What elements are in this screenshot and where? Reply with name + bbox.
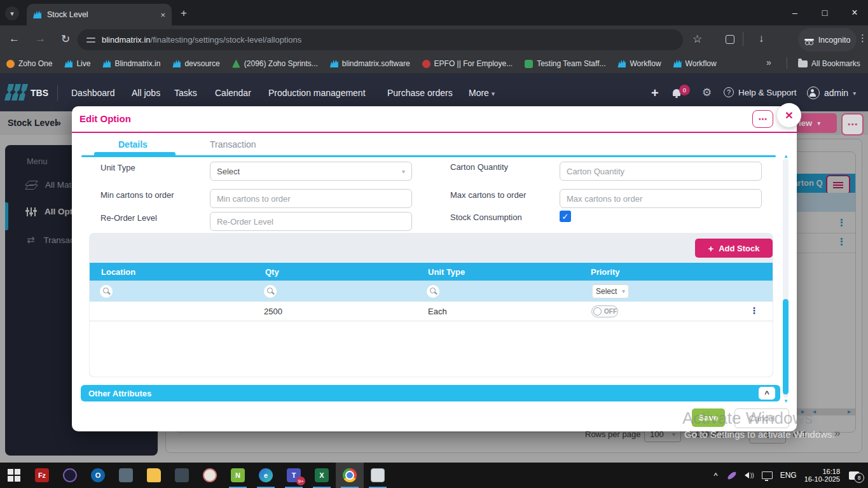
clock[interactable]: 16:18 16-10-2025 [804,468,840,483]
edit-option-modal: Edit Option ⋯ Details Transaction Unit T… [72,106,797,431]
downloads-icon[interactable]: ↓ [759,32,764,45]
other-attributes-bar[interactable]: Other Attributes ^ [81,385,780,401]
taskbar-app-edge[interactable]: e [252,463,280,488]
bookmark-epfo[interactable]: EPFO || For Employe... [422,59,513,68]
brand-label: TBS [31,88,48,98]
taskbar-app-file-explorer[interactable] [140,463,168,488]
nav-more[interactable]: More ▾ [469,88,495,98]
carton-quantity-label: Carton Quantity [450,162,508,172]
add-stock-button[interactable]: + Add Stock [695,239,773,258]
taskbar-app-filezilla[interactable]: Fz [28,463,56,488]
nav-tasks[interactable]: Tasks [174,88,197,98]
new-tab-button[interactable]: + [181,7,187,20]
tab-transaction[interactable]: Transaction [210,139,256,150]
site-settings-icon[interactable] [86,37,95,43]
reload-icon[interactable]: ↻ [61,32,70,46]
volume-icon[interactable]: )) [745,472,754,478]
modal-close-button[interactable]: × [777,103,801,127]
bookmark-blindmatrix[interactable]: Blindmatrix.in [102,59,160,68]
browser-menu-icon[interactable]: ⋮ [858,32,867,44]
nav-dashboard[interactable]: Dashboard [71,88,115,98]
window-close-button[interactable]: × [840,0,868,25]
tab-close-icon[interactable]: × [160,10,165,20]
taskbar-app-outlook[interactable]: O [84,463,112,488]
bg-more-button[interactable]: ⋯ [841,113,864,136]
taskbar-app-excel[interactable]: X [308,463,336,488]
tray-app-icon[interactable] [726,471,737,480]
content-top-border [81,155,776,157]
stock-table-row[interactable]: 2500 Each OFF ⋮ [90,302,773,321]
notification-count-badge: 8 [854,473,864,483]
caret-icon: ▾ [402,168,405,175]
stock-consumption-checkbox[interactable]: ✓ [560,211,571,222]
min-cartons-input[interactable] [210,189,412,208]
network-icon[interactable] [762,471,773,479]
user-menu[interactable]: admin ▾ [807,87,856,99]
collapse-chevron-button[interactable]: ^ [759,387,775,400]
bookmark-zoho-one[interactable]: Zoho One [6,59,52,68]
gear-icon[interactable]: ⚙ [702,86,712,99]
taskbar-app-teams[interactable]: T 9+ [280,463,308,488]
scrollbar-thumb[interactable] [783,299,789,394]
bookmark-devsource[interactable]: devsource [172,59,219,68]
max-cartons-input[interactable] [560,189,762,208]
filezilla-icon: Fz [35,468,49,482]
bookmark-star-icon[interactable]: ☆ [692,32,702,46]
start-button[interactable] [0,463,28,488]
bookmark-zoho-sprints[interactable]: (2096) Zoho Sprints... [232,59,318,68]
search-icon[interactable] [427,285,439,298]
chevron-down-icon: ▾ [853,90,856,97]
row-menu-icon[interactable]: ⋮ [750,305,759,316]
scroll-up-icon[interactable]: ▲ [783,153,789,159]
window-minimize-button[interactable]: – [780,0,809,25]
back-icon[interactable]: ← [9,32,20,45]
forward-icon[interactable]: → [35,32,46,45]
reorder-level-input[interactable] [210,212,412,231]
taskbar-app-notepad[interactable] [364,463,392,488]
notepad-plus-icon: N [231,468,245,482]
extensions-icon[interactable] [726,35,734,44]
scroll-down-icon[interactable]: ▼ [783,398,789,404]
notification-center[interactable]: 8 [849,471,859,480]
tbs-logo-icon[interactable] [6,84,27,103]
priority-filter-select[interactable]: Select ▾ [592,284,629,298]
nav-all-jobs[interactable]: All jobs [132,88,160,98]
search-icon[interactable] [264,285,277,298]
browser-tab[interactable]: Stock Level × [27,4,172,25]
tray-expand-icon[interactable]: ^ [714,471,718,480]
nav-purchase-orders[interactable]: Purchase orders [387,88,453,98]
screen: ▾ Stock Level × + – □ × ← → ↻ blindmatri… [0,0,868,488]
language-indicator[interactable]: ENG [780,471,797,480]
sheet-favicon [525,60,533,68]
carton-quantity-input[interactable] [560,162,762,181]
tab-details[interactable]: Details [118,139,148,150]
taskbar-app-chrome[interactable] [336,463,364,488]
bookmark-blindmatrix-software[interactable]: blindmatrix.software [330,59,410,68]
bookmark-testing-team[interactable]: Testing Team Staff... [525,59,605,68]
modal-scrollbar[interactable] [783,159,789,398]
modal-more-button[interactable]: ⋯ [752,110,773,128]
bookmark-live[interactable]: Live [64,59,90,68]
taskbar-app-calculator[interactable] [168,463,196,488]
taskbar-app-notepad-plus[interactable]: N [224,463,252,488]
help-support-button[interactable]: ? Help & Support [724,87,797,97]
bookmarks-overflow-icon[interactable]: » [766,57,771,67]
address-bar[interactable]: blindmatrix.in/finaltesting/settings/sto… [78,29,683,50]
unit-type-select[interactable]: Select ▾ [210,162,412,181]
stock-panel: + Add Stock Location Qty Unit Type Prior… [89,233,773,377]
col-location: Location [90,267,254,277]
add-icon[interactable]: + [651,86,659,101]
tab-search-icon[interactable]: ▾ [5,6,19,20]
taskbar-app-remote-desktop[interactable] [112,463,140,488]
window-maximize-button[interactable]: □ [810,0,839,25]
priority-toggle[interactable]: OFF [591,305,618,317]
search-icon[interactable] [100,285,113,298]
nav-production-management[interactable]: Production management [268,88,366,98]
taskbar-app-eclipse[interactable] [56,463,84,488]
bookmark-workflow-2[interactable]: Workflow [673,59,717,68]
all-bookmarks-button[interactable]: All Bookmarks [798,59,860,68]
favicon [64,60,72,67]
taskbar-app-paint[interactable] [196,463,224,488]
nav-calendar[interactable]: Calendar [215,88,251,98]
bookmark-workflow-1[interactable]: Workflow [617,59,661,68]
